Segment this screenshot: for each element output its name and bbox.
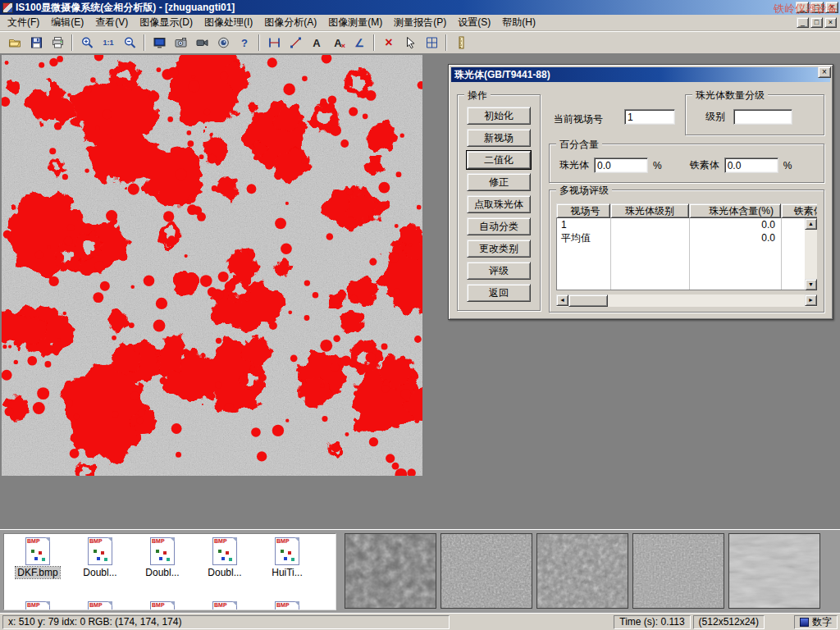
angle-button[interactable]: ∠	[349, 34, 369, 52]
file-item[interactable]: BMP	[134, 601, 191, 610]
maximize-button[interactable]: □	[810, 2, 824, 13]
file-item[interactable]: BMP	[9, 601, 66, 610]
binarize-button[interactable]: 二值化	[467, 151, 531, 169]
level-input[interactable]	[733, 109, 792, 125]
window-title: IS100显微摄像系统(金相分析版) - [zhuguangti01]	[16, 1, 235, 15]
col-pearlite-grade[interactable]: 珠光体级别	[610, 203, 689, 218]
bmp-file-icon: BMP	[275, 537, 299, 565]
minimize-button[interactable]: _	[796, 2, 809, 13]
print-button[interactable]	[48, 34, 67, 52]
menu-item-file[interactable]: 文件(F)	[2, 14, 45, 31]
table-row[interactable]: 平均值 0.0	[557, 231, 816, 244]
file-list[interactable]: BMP DKF.bmp BMP Doubl... BMP Doubl... BM…	[3, 533, 336, 610]
horizontal-scrollbar[interactable]: ◄ ►	[556, 294, 817, 307]
sample-thumbnail[interactable]	[345, 533, 436, 609]
scroll-down-icon[interactable]: ▼	[805, 279, 817, 290]
pointer-button[interactable]	[400, 34, 420, 52]
file-item[interactable]: BMP Doubl...	[196, 537, 253, 578]
binarized-pearlite-view	[2, 55, 422, 476]
ruler-button[interactable]	[451, 34, 471, 52]
multifield-table[interactable]: 视场号 珠光体级别 珠光体含量(%) 铁素体含量(%) 1 0.0	[556, 203, 817, 290]
text-remove-button[interactable]: A×	[328, 34, 348, 52]
new-field-button[interactable]: 新视场	[467, 129, 531, 147]
mdi-close-button[interactable]: ×	[824, 17, 837, 28]
live-button[interactable]	[213, 34, 233, 52]
cell-field: 1	[557, 218, 611, 231]
help-button[interactable]: ?	[235, 34, 254, 52]
pick-pearlite-button[interactable]: 点取珠光体	[467, 195, 531, 213]
mdi-restore-button[interactable]: □	[810, 17, 823, 28]
mdi-minimize-button[interactable]: _	[797, 17, 809, 28]
menu-item-help[interactable]: 帮助(H)	[496, 14, 541, 31]
bmp-badge: BMP	[152, 602, 165, 609]
title-bar: IS100显微摄像系统(金相分析版) - [zhuguangti01] _ □ …	[0, 0, 840, 15]
menu-item-view[interactable]: 查看(V)	[89, 14, 134, 31]
percent-group-label: 百分含量	[556, 138, 602, 152]
sample-thumbnail[interactable]	[728, 533, 820, 609]
sample-thumbnail[interactable]	[632, 533, 724, 609]
caliper-button[interactable]	[264, 34, 284, 52]
return-button[interactable]: 返回	[467, 284, 531, 302]
grid-line	[689, 218, 690, 290]
point-measure-button[interactable]	[285, 34, 305, 52]
file-item[interactable]: BMP HuiTi...	[258, 537, 316, 578]
scroll-up-icon[interactable]: ▲	[805, 218, 817, 230]
change-class-button[interactable]: 更改类别	[467, 240, 531, 258]
lens-icon	[217, 36, 231, 49]
text-label-button[interactable]: A	[307, 34, 326, 52]
file-item[interactable]: BMP	[71, 601, 129, 610]
vertical-scrollbar[interactable]: ▲ ▼	[805, 218, 817, 290]
dialog-title-bar[interactable]: 珠光体(GB/T9441-88)	[451, 67, 830, 82]
file-label: HuiTi...	[272, 567, 303, 578]
file-item[interactable]: BMP Doubl...	[71, 537, 129, 578]
bmp-badge: BMP	[89, 602, 103, 609]
scroll-right-icon[interactable]: ►	[805, 294, 817, 306]
zoom-in-button[interactable]	[77, 34, 97, 52]
rate-button[interactable]: 评级	[467, 262, 531, 280]
close-button[interactable]: ×	[825, 2, 838, 13]
file-item[interactable]: BMP DKF.bmp	[9, 537, 66, 578]
bmp-badge: BMP	[276, 602, 290, 609]
col-field[interactable]: 视场号	[556, 203, 610, 218]
actual-size-button[interactable]: 1:1	[98, 34, 118, 52]
save-button[interactable]	[26, 34, 46, 52]
menu-item-edit[interactable]: 编辑(E)	[45, 14, 89, 31]
scrollbar-thumb[interactable]	[568, 294, 608, 307]
open-button[interactable]	[5, 34, 25, 52]
time-status: Time (s): 0.113	[614, 615, 690, 629]
sample-thumbnail[interactable]	[536, 533, 628, 609]
init-button[interactable]: 初始化	[467, 107, 531, 125]
file-item[interactable]: BMP	[196, 601, 253, 610]
dialog-close-button[interactable]: ×	[818, 66, 831, 78]
delete-measure-button[interactable]: ×	[379, 34, 399, 52]
zoom-out-button[interactable]	[120, 34, 139, 52]
col-pearlite-content[interactable]: 珠光体含量(%)	[689, 203, 781, 218]
menu-item-image-display[interactable]: 图像显示(D)	[134, 14, 199, 31]
correct-button[interactable]: 修正	[467, 173, 531, 191]
file-item[interactable]: BMP	[258, 601, 316, 610]
menu-item-image-measure[interactable]: 图像测量(M)	[322, 14, 388, 31]
ferrite-percent-input[interactable]	[724, 158, 778, 173]
table-header: 视场号 珠光体级别 珠光体含量(%) 铁素体含量(%)	[556, 203, 817, 218]
pearlite-percent-input[interactable]	[594, 158, 648, 173]
scroll-left-icon[interactable]: ◄	[556, 294, 568, 306]
angle-icon: ∠	[354, 37, 364, 49]
file-item[interactable]: BMP Doubl...	[134, 537, 191, 578]
menu-item-image-process[interactable]: 图像处理(I)	[199, 14, 258, 31]
table-row[interactable]: 1 0.0	[557, 218, 816, 231]
auto-classify-button[interactable]: 自动分类	[467, 217, 531, 235]
video-button[interactable]	[192, 34, 212, 52]
thumbnail-art	[31, 550, 34, 553]
metallographic-image[interactable]	[2, 55, 422, 476]
current-field-input[interactable]	[624, 109, 675, 125]
menu-item-settings[interactable]: 设置(S)	[452, 14, 496, 31]
grid-button[interactable]	[422, 34, 441, 52]
display-button[interactable]	[149, 34, 169, 52]
menu-item-report[interactable]: 测量报告(P)	[388, 14, 452, 31]
dogear-icon	[45, 537, 50, 542]
scrollbar-track[interactable]	[608, 294, 805, 307]
menu-item-image-analysis[interactable]: 图像分析(A)	[258, 14, 322, 31]
col-ferrite-content[interactable]: 铁素体含量(%)	[781, 203, 817, 218]
sample-thumbnail[interactable]	[441, 533, 532, 609]
snapshot-button[interactable]	[171, 34, 190, 52]
